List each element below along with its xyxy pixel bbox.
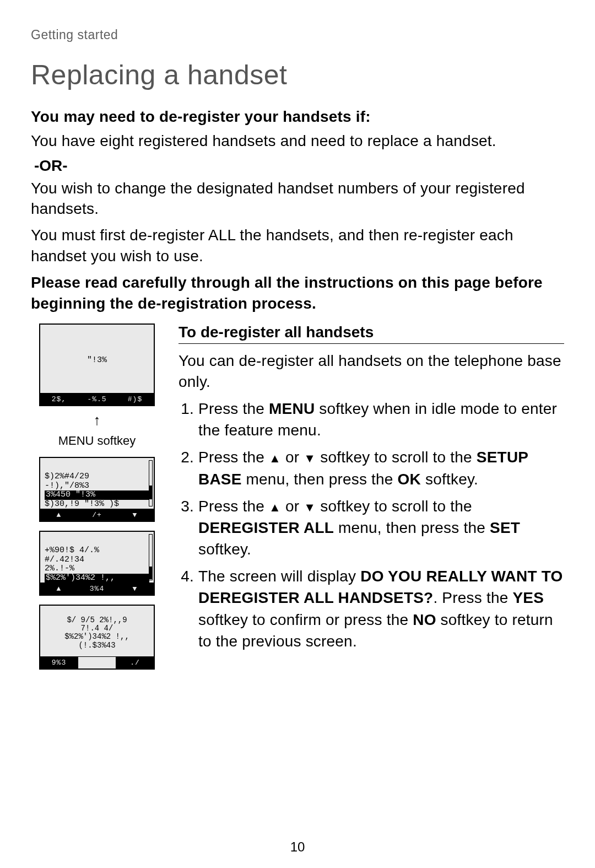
lcd3-soft-mid: 3%4 (78, 583, 116, 595)
lcd2-selected: 3%450 "!3% (45, 490, 149, 500)
page-number: 10 (0, 839, 595, 855)
step-4: The screen will display DO YOU REALLY WA… (198, 565, 564, 652)
lcd3-line1: +%90!$ 4/.% (45, 546, 149, 556)
lcd1-caption: MENU softkey (58, 434, 136, 448)
lcd2-soft-right: ▼ (116, 509, 154, 521)
lcd3-line2: #/.42!34 (45, 556, 149, 565)
lcd1-text: "!3% (87, 356, 107, 365)
lcd2-line4: $)30,!9 "!3% )$ (45, 500, 149, 509)
lcd3-line3: 2%.!-% (45, 564, 149, 574)
lcd4-line2: 7!.4 4/ (81, 624, 113, 633)
lcd2-line1: $)2%#4/29 (45, 472, 149, 482)
scrollbar-icon (149, 460, 153, 506)
arrow-up-icon: ↑ (94, 413, 101, 427)
intro-para3: You must first de-register ALL the hands… (31, 225, 564, 267)
intro-lead: You may need to de-register your handset… (31, 106, 564, 127)
page-title: Replacing a handset (31, 59, 564, 91)
lcd4-line4: (!.$3%43 (78, 641, 115, 650)
step-1: Press the MENU softkey when in idle mode… (198, 398, 564, 441)
triangle-down-icon: ▼ (304, 502, 316, 514)
breadcrumb: Getting started (31, 28, 564, 42)
lcd1-soft-mid: -%.5 (78, 393, 116, 405)
right-lead: You can de-register all handsets on the … (178, 351, 564, 392)
intro-para1: You have eight registered handsets and n… (31, 131, 564, 152)
step-2: Press the ▲ or ▼ softkey to scroll to th… (198, 446, 564, 489)
lcd-screen-2: $)2%#4/29 -!),"/8%3 3%450 "!3% $)30,!9 "… (39, 457, 155, 522)
scroll-thumb (149, 486, 152, 499)
lcd2-soft-left: ▲ (40, 509, 78, 521)
step-3: Press the ▲ or ▼ softkey to scroll to th… (198, 495, 564, 560)
or-label: -OR- (34, 157, 564, 175)
lcd3-selected: $%2%')34%2 !,, (45, 574, 149, 583)
lcd4-soft-left: 9%3 (40, 657, 78, 668)
lcd-screen-4: $/ 9/5 2%!,,9 7!.4 4/ $%2%')34%2 !,, (!.… (39, 605, 155, 670)
lcd4-soft-right: ./ (116, 657, 154, 668)
lcd4-line3: $%2%')34%2 !,, (64, 633, 129, 641)
lcd3-soft-left: ▲ (40, 583, 78, 595)
triangle-up-icon: ▲ (269, 502, 281, 514)
lcd-screen-1: "!3% 2$, -%.5 #)$ (39, 324, 155, 406)
lcd-screen-3: +%90!$ 4/.% #/.42!34 2%.!-% $%2%')34%2 !… (39, 531, 155, 596)
steps-list: Press the MENU softkey when in idle mode… (178, 398, 564, 652)
lcd2-line2: -!),"/8%3 (45, 482, 149, 491)
lcd1-soft-left: 2$, (40, 393, 78, 405)
sub-heading: To de-register all handsets (178, 324, 564, 344)
intro-para2: You wish to change the designated handse… (31, 178, 564, 220)
triangle-down-icon: ▼ (304, 452, 316, 465)
screen-illustrations: "!3% 2$, -%.5 #)$ ↑ MENU softkey $)2%#4/… (31, 324, 163, 670)
lcd2-soft-mid: /+ (78, 509, 116, 521)
lcd3-soft-right: ▼ (116, 583, 154, 595)
lcd4-soft-mid (78, 657, 116, 668)
scroll-thumb (149, 567, 152, 579)
intro-warning: Please read carefully through all the in… (31, 272, 564, 314)
scrollbar-icon (149, 534, 153, 580)
triangle-up-icon: ▲ (269, 452, 281, 465)
lcd4-line1: $/ 9/5 2%!,,9 (67, 616, 127, 624)
lcd1-soft-right: #)$ (116, 393, 154, 405)
